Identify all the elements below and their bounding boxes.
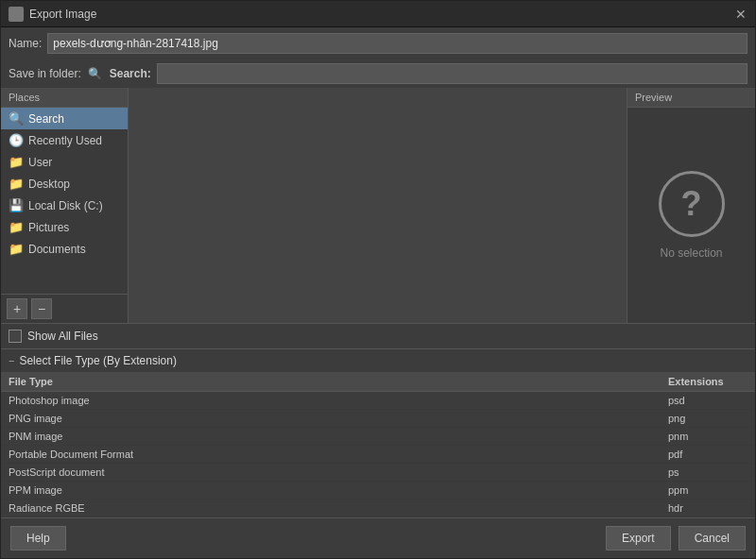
file-type-name: Photoshop image xyxy=(1,392,661,410)
save-folder-label: Save in folder: xyxy=(9,67,81,80)
file-type-ext: hdr xyxy=(661,500,755,517)
place-item-search[interactable]: 🔍 Search xyxy=(1,108,128,129)
file-type-ext: pdf xyxy=(661,446,755,464)
place-item-pictures[interactable]: 📁 Pictures xyxy=(1,216,128,238)
file-type-header[interactable]: − Select File Type (By Extension) xyxy=(1,349,755,372)
cancel-button[interactable]: Cancel xyxy=(679,526,746,551)
app-icon xyxy=(9,7,24,22)
place-item-documents[interactable]: 📁 Documents xyxy=(1,238,128,260)
file-type-table: File Type Extensions Photoshop image psd… xyxy=(1,372,755,517)
file-type-section-label: Select File Type (By Extension) xyxy=(19,354,177,367)
folder-search-input[interactable] xyxy=(157,63,747,84)
place-label: Search xyxy=(28,112,64,126)
preview-content: ? No selection xyxy=(627,108,755,323)
file-type-row[interactable]: Photoshop image psd xyxy=(1,392,755,410)
user-folder-icon: 📁 xyxy=(9,155,24,169)
close-button[interactable]: ✕ xyxy=(734,8,747,21)
documents-icon: 📁 xyxy=(9,242,24,256)
save-folder-row: Save in folder: 🔍 Search: xyxy=(1,59,755,88)
file-type-ext: png xyxy=(661,410,755,428)
show-all-files-label: Show All Files xyxy=(27,330,98,343)
place-label: Pictures xyxy=(28,221,69,234)
file-type-name: PNG image xyxy=(1,410,661,428)
file-type-name: Portable Document Format xyxy=(1,446,661,464)
file-browser[interactable] xyxy=(129,88,627,323)
action-buttons: Export Cancel xyxy=(606,526,746,551)
add-place-button[interactable]: + xyxy=(7,298,27,319)
place-label: Desktop xyxy=(28,178,70,191)
collapse-icon: − xyxy=(9,355,14,366)
file-type-row[interactable]: PostScript document ps xyxy=(1,464,755,482)
file-type-ext: psd xyxy=(661,392,755,410)
export-button[interactable]: Export xyxy=(606,526,671,551)
file-type-table-wrapper: File Type Extensions Photoshop image psd… xyxy=(1,372,755,517)
place-item-recently-used[interactable]: 🕒 Recently Used xyxy=(1,129,128,151)
help-button[interactable]: Help xyxy=(10,526,66,551)
file-type-row[interactable]: PNG image png xyxy=(1,410,755,428)
place-label: Recently Used xyxy=(28,134,102,147)
name-label: Name: xyxy=(9,37,42,50)
show-all-row: Show All Files xyxy=(1,324,755,348)
search-icon: 🔍 xyxy=(9,111,24,126)
places-header: Places xyxy=(1,88,128,108)
place-label: Local Disk (C:) xyxy=(28,199,103,212)
name-row: Name: xyxy=(1,27,755,59)
col-extensions: Extensions xyxy=(661,372,755,392)
file-type-name: PostScript document xyxy=(1,464,661,482)
file-type-name: PNM image xyxy=(1,428,661,446)
search-label: Search: xyxy=(110,67,151,80)
desktop-icon: 📁 xyxy=(9,177,24,191)
places-actions: + − xyxy=(1,294,128,323)
place-item-desktop[interactable]: 📁 Desktop xyxy=(1,173,128,195)
recently-used-icon: 🕒 xyxy=(9,133,24,147)
preview-panel: Preview ? No selection xyxy=(627,88,755,323)
file-type-name: PPM image xyxy=(1,482,661,500)
file-type-ext: ps xyxy=(661,464,755,482)
dialog-title: Export Image xyxy=(29,8,734,21)
place-item-user[interactable]: 📁 User xyxy=(1,151,128,173)
file-type-name: Radiance RGBE xyxy=(1,500,661,517)
folder-search-icon[interactable]: 🔍 xyxy=(87,65,104,82)
remove-place-button[interactable]: − xyxy=(31,298,52,319)
bottom-area: Show All Files − Select File Type (By Ex… xyxy=(1,323,755,558)
preview-header: Preview xyxy=(627,88,755,108)
file-type-row[interactable]: PNM image pnm xyxy=(1,428,755,446)
file-type-ext: pnm xyxy=(661,428,755,446)
place-label: Documents xyxy=(28,243,86,256)
pictures-icon: 📁 xyxy=(9,220,24,234)
place-item-local-disk[interactable]: 💾 Local Disk (C:) xyxy=(1,195,128,216)
places-panel: Places 🔍 Search 🕒 Recently Used 📁 User 📁… xyxy=(1,88,129,323)
title-bar: Export Image ✕ xyxy=(1,1,755,27)
button-row: Help Export Cancel xyxy=(1,517,755,558)
show-all-files-checkbox[interactable] xyxy=(9,330,22,343)
name-input[interactable] xyxy=(47,33,747,54)
file-type-row[interactable]: Portable Document Format pdf xyxy=(1,446,755,464)
main-area: Places 🔍 Search 🕒 Recently Used 📁 User 📁… xyxy=(1,88,755,323)
preview-no-selection: No selection xyxy=(660,246,722,260)
export-image-dialog: Export Image ✕ Name: Save in folder: 🔍 S… xyxy=(0,0,756,559)
file-type-row[interactable]: Radiance RGBE hdr xyxy=(1,500,755,517)
place-label: User xyxy=(28,156,52,169)
col-file-type: File Type xyxy=(1,372,661,392)
local-disk-icon: 💾 xyxy=(9,198,24,212)
file-type-section: − Select File Type (By Extension) File T… xyxy=(1,348,755,517)
preview-question-mark: ? xyxy=(659,171,725,237)
places-list: 🔍 Search 🕒 Recently Used 📁 User 📁 Deskto… xyxy=(1,108,128,294)
file-type-row[interactable]: PPM image ppm xyxy=(1,482,755,500)
file-type-ext: ppm xyxy=(661,482,755,500)
